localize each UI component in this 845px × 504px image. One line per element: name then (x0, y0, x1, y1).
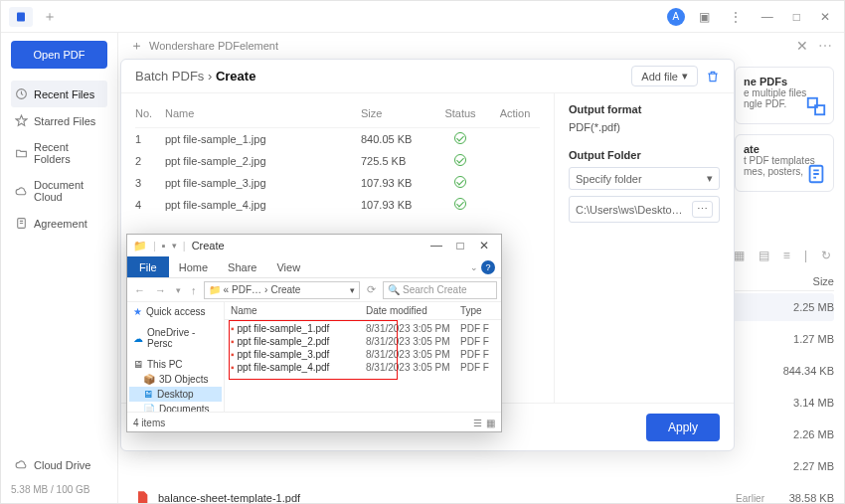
view-grid-icon[interactable]: ▤ (756, 247, 772, 264)
sidebar-label: Recent Files (34, 88, 94, 100)
sidebar-item-agreement[interactable]: Agreement (11, 210, 107, 237)
list-item[interactable]: balance-sheet-template-1.pdf Earlier 38.… (134, 484, 834, 504)
batch-side-panel: Output format PDF(*.pdf) Output Folder S… (555, 93, 734, 403)
divider: | (801, 247, 810, 264)
app-tab[interactable] (9, 7, 33, 27)
folder-select[interactable]: Specify folder▾ (569, 167, 720, 190)
back-button[interactable]: ← (131, 284, 148, 296)
search-input[interactable]: 🔍Search Create (383, 281, 497, 299)
view-tiles-icon[interactable]: ▦ (486, 418, 495, 428)
explorer-titlebar: 📁 | ▪ ▾ | Create — □ ✕ (127, 235, 501, 256)
open-pdf-button[interactable]: Open PDF (11, 41, 107, 69)
refresh-icon[interactable]: ⟳ (364, 283, 379, 296)
sidebar-item-cloud-drive[interactable]: Cloud Drive (11, 451, 107, 478)
refresh-icon[interactable]: ↻ (818, 247, 834, 264)
folder-icon: 📁 (133, 240, 147, 252)
nav-quick-access[interactable]: ★Quick access (129, 304, 222, 319)
menu-share[interactable]: Share (218, 261, 266, 273)
feature-card-combine[interactable]: ne PDFs e multiple files ngle PDF. (735, 67, 834, 124)
pdf-icon: ▪ (231, 349, 235, 360)
view-details-icon[interactable]: ☰ (473, 418, 482, 428)
new-tab-button[interactable]: ＋ (39, 8, 61, 26)
chevron-down-icon: ▾ (682, 70, 688, 83)
sidebar-item-recent-folders[interactable]: Recent Folders (11, 134, 107, 172)
pdf-icon: ▪ (231, 336, 235, 347)
close-panel-icon[interactable]: ✕ (796, 38, 808, 54)
col-status: Status (430, 103, 490, 123)
list-item[interactable]: 2.27 MB (134, 452, 834, 480)
nav-onedrive[interactable]: ☁OneDrive - Persc (129, 325, 222, 351)
sidebar-label: Document Cloud (34, 179, 103, 203)
feature-card-template[interactable]: ate t PDF templates mes, posters, (735, 134, 834, 192)
forward-button[interactable]: → (152, 284, 169, 296)
table-row[interactable]: 3ppt file-sample_3.jpg107.93 KB (135, 172, 540, 194)
divider: | (183, 240, 186, 252)
table-row[interactable]: 4ppt file-sample_4.jpg107.93 KB (135, 194, 540, 216)
sidebar-label: Recent Folders (34, 141, 103, 165)
nav-this-pc[interactable]: 🖥This PC (129, 357, 222, 372)
explorer-address-bar: ← → ▾ ↑ 📁« PDF… › Create ▾ ⟳ 🔍Search Cre… (127, 278, 501, 302)
chevron-down-icon[interactable]: ▾ (350, 285, 355, 295)
panel-icon[interactable]: ▣ (693, 6, 716, 28)
history-icon[interactable]: ▾ (173, 285, 184, 295)
add-file-button[interactable]: Add file▾ (631, 66, 698, 86)
avatar[interactable]: A (667, 8, 685, 26)
help-icon[interactable]: ? (481, 260, 495, 274)
check-icon (454, 198, 466, 210)
col-action: Action (490, 103, 540, 123)
menu-home[interactable]: Home (169, 261, 218, 273)
close-button[interactable]: ✕ (473, 239, 495, 252)
trash-icon[interactable] (706, 70, 720, 84)
breadcrumb: Batch PDFs › Create (135, 69, 255, 84)
minimize-button[interactable]: — (425, 239, 447, 252)
top-breadcrumb: ＋ Wondershare PDFelement ✕ ⋯ (118, 33, 844, 59)
list-item[interactable]: ▪ppt file-sample_2.pdf8/31/2023 3:05 PMP… (231, 335, 495, 348)
expand-icon[interactable]: ▪ (162, 240, 166, 252)
item-count: 4 items (133, 418, 165, 428)
table-row[interactable]: 2ppt file-sample_2.jpg725.5 KB (135, 150, 540, 172)
menu-view[interactable]: View (266, 261, 310, 273)
sidebar: Open PDF Recent Files Starred Files Rece… (1, 33, 118, 503)
sidebar-item-starred-files[interactable]: Starred Files (11, 107, 107, 134)
close-button[interactable]: ✕ (814, 6, 836, 28)
svg-rect-0 (17, 12, 25, 21)
plus-icon[interactable]: ＋ (130, 37, 143, 55)
nav-desktop[interactable]: 🖥Desktop (129, 387, 222, 402)
check-icon (454, 154, 466, 166)
chevron-down-icon[interactable]: ⌄ (470, 262, 478, 272)
output-format-label: Output format (569, 103, 720, 115)
breadcrumb-path[interactable]: 📁« PDF… › Create ▾ (204, 281, 361, 299)
chevron-down-icon[interactable]: ▾ (172, 241, 177, 251)
maximize-button[interactable]: □ (787, 6, 806, 28)
browse-icon[interactable]: ⋯ (692, 201, 713, 218)
sidebar-item-recent-files[interactable]: Recent Files (11, 81, 107, 107)
file-name: balance-sheet-template-1.pdf (158, 492, 705, 504)
output-format-value: PDF(*.pdf) (569, 121, 720, 133)
maximize-button[interactable]: □ (449, 239, 471, 252)
minimize-button[interactable]: — (756, 6, 779, 28)
template-icon (805, 163, 827, 185)
menu-file[interactable]: File (127, 256, 169, 277)
pdf-icon: ▪ (231, 362, 235, 373)
explorer-file-list: NameDate modifiedType ▪ppt file-sample_1… (225, 302, 501, 412)
list-item[interactable]: ▪ppt file-sample_3.pdf8/31/2023 3:05 PMP… (231, 348, 495, 361)
nav-documents[interactable]: 📄Documents (129, 402, 222, 412)
more-icon[interactable]: ⋯ (818, 38, 832, 54)
list-item[interactable]: ▪ppt file-sample_1.pdf8/31/2023 3:05 PMP… (231, 322, 495, 335)
app-label: Wondershare PDFelement (149, 40, 278, 52)
view-switcher: ▦ ▤ ≡ | ↻ (731, 247, 834, 264)
titlebar: ＋ A ▣ ⋮ — □ ✕ (1, 1, 844, 33)
more-icon[interactable]: ⋮ (724, 6, 748, 28)
apply-button[interactable]: Apply (646, 414, 720, 441)
view-list-icon[interactable]: ≡ (780, 247, 793, 264)
sidebar-item-document-cloud[interactable]: Document Cloud (11, 172, 107, 210)
search-icon: 🔍 (388, 284, 400, 295)
output-path[interactable]: C:\Users\ws\Desktop\PDFelement\Cre…⋯ (569, 196, 720, 223)
nav-3d-objects[interactable]: 📦3D Objects (129, 372, 222, 387)
up-button[interactable]: ↑ (188, 284, 200, 296)
col-name: Name (165, 103, 361, 123)
sidebar-label: Starred Files (34, 115, 95, 127)
table-row[interactable]: 1ppt file-sample_1.jpg840.05 KB (135, 128, 540, 150)
list-item[interactable]: ▪ppt file-sample_4.pdf8/31/2023 3:05 PMP… (231, 361, 495, 374)
folder-icon: 📁 (209, 284, 221, 295)
